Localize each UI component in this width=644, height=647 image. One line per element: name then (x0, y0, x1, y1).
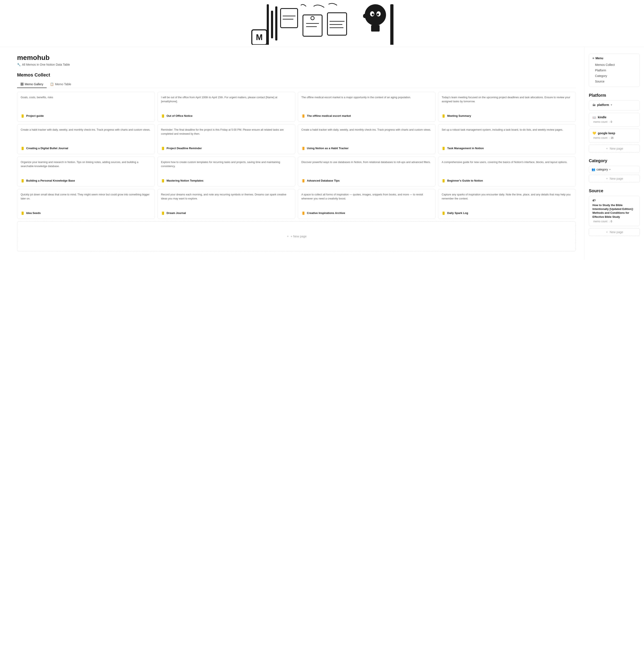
gallery-card-15[interactable]: Capture any sparks of inspiration you en… (438, 189, 576, 219)
svg-rect-49 (22, 212, 24, 215)
tab-memo-gallery[interactable]: 🖼 Memo Gallery (17, 81, 47, 88)
kindle-memo-count: memo count ：0 (592, 120, 636, 124)
card-excerpt-12: Quickly jot down small ideas that come t… (21, 193, 151, 209)
svg-rect-37 (303, 147, 304, 150)
card-doc-icon-6 (302, 147, 305, 150)
card-title-14: Creative Inspirations Archive (307, 211, 345, 215)
card-doc-icon-13 (161, 211, 165, 215)
tabs-bar: 🖼 Memo Gallery 📋 Memo Table (17, 81, 576, 88)
card-excerpt-6: Create a habit tracker with daily, weekl… (302, 128, 432, 144)
card-doc-icon-11 (441, 179, 446, 183)
gallery-card-3[interactable]: Today's team meeting focused on the upco… (438, 92, 576, 122)
table-tab-icon: 📋 (50, 82, 54, 86)
gallery-card-14[interactable]: A space to collect all forms of inspirat… (298, 189, 436, 219)
category-chevron: ▾ (609, 168, 611, 171)
card-title-8: Building a Personal Knowledge Base (26, 179, 75, 183)
card-doc-icon-7 (441, 147, 446, 150)
platform-header-row[interactable]: 🗂 platform ▾ (592, 103, 636, 106)
gallery-card-4[interactable]: Create a habit tracker with daily, weekl… (17, 124, 155, 154)
svg-rect-43 (162, 179, 164, 183)
category-new-page[interactable]: ＋ New page (589, 175, 640, 183)
card-title-2: The offline medical escort market (307, 114, 351, 118)
gallery-card-2[interactable]: The offline medical escort market is a m… (298, 92, 436, 122)
svg-rect-41 (22, 179, 24, 183)
google-keep-count-value: 16 (611, 136, 613, 139)
svg-point-8 (311, 16, 314, 20)
svg-rect-22 (390, 4, 394, 45)
svg-rect-39 (443, 147, 445, 150)
gallery-card-9[interactable]: Explore how to create custom templates f… (157, 157, 295, 187)
card-doc-icon-3 (441, 114, 446, 118)
bible-header[interactable]: 🏷 (592, 199, 636, 202)
category-filter-label: category (596, 168, 608, 171)
card-title-row-2: The offline medical escort market (302, 114, 432, 118)
card-title-15: Daily Spark Log (447, 211, 468, 215)
menu-item-memos-collect[interactable]: Memos Collect (592, 62, 636, 68)
card-doc-icon-12 (21, 211, 24, 215)
menu-item-source[interactable]: Source (592, 79, 636, 84)
svg-rect-53 (303, 212, 304, 215)
platform-heading: Platform (589, 93, 640, 98)
gallery-card-1[interactable]: I will be out of the office from April 1… (157, 92, 295, 122)
card-title-11: Beginner's Guide to Notion (447, 179, 483, 183)
gallery-grid: Goals, costs, benefits, risks Project gu… (17, 92, 576, 219)
gallery-card-12[interactable]: Quickly jot down small ideas that come t… (17, 189, 155, 219)
gallery-card-6[interactable]: Create a habit tracker with daily, weekl… (298, 124, 436, 154)
card-title-row-0: Project guide (21, 114, 151, 118)
gallery-card-5[interactable]: Reminder: The final deadline for the pro… (157, 124, 295, 154)
card-doc-icon-5 (161, 147, 165, 150)
card-excerpt-4: Create a habit tracker with daily, weekl… (21, 128, 151, 144)
card-excerpt-15: Capture any sparks of inspiration you en… (441, 193, 572, 209)
gallery-card-0[interactable]: Goals, costs, benefits, risks Project gu… (17, 92, 155, 122)
svg-point-19 (377, 13, 379, 15)
source-new-page-label: New page (610, 230, 623, 234)
gallery-tab-label: Memo Gallery (25, 82, 43, 86)
card-title-13: Dream Journal (167, 211, 186, 215)
card-title-3: Meeting Summary (447, 114, 471, 118)
card-title-row-10: Advanced Database Tips (302, 179, 432, 183)
category-filter[interactable]: 👥 category ▾ (589, 166, 640, 173)
kindle-header-row[interactable]: 📖 kindle (592, 116, 636, 119)
svg-rect-21 (371, 25, 380, 31)
gallery-card-13[interactable]: Record your dreams each morning, and not… (157, 189, 295, 219)
card-doc-icon-4 (21, 147, 24, 150)
card-excerpt-7: Set up a robust task management system, … (441, 128, 572, 144)
card-title-4: Creating a Digital Bullet Journal (26, 146, 68, 150)
platform-new-page[interactable]: ＋ New page (589, 145, 640, 152)
svg-rect-29 (303, 115, 304, 118)
svg-point-20 (363, 14, 367, 18)
platform-section: Platform 🗂 platform ▾ 📖 kindle memo coun… (589, 93, 640, 152)
gallery-card-8[interactable]: Organize your learning and research in N… (17, 157, 155, 187)
menu-item-category[interactable]: Category (592, 73, 636, 79)
google-keep-header-row[interactable]: 💛 google keep (592, 132, 636, 135)
svg-rect-35 (162, 147, 164, 150)
platform-item-kindle: 📖 kindle memo count ：0 (589, 113, 640, 127)
card-doc-icon-1 (161, 114, 165, 118)
svg-rect-47 (443, 179, 445, 183)
source-new-page[interactable]: ＋ New page (589, 228, 640, 236)
platform-chevron: ▾ (611, 103, 612, 106)
gallery-card-7[interactable]: Set up a robust task management system, … (438, 124, 576, 154)
card-doc-icon-2 (302, 114, 305, 118)
table-tab-label: Memo Table (55, 82, 71, 86)
card-doc-icon-8 (21, 179, 24, 183)
gallery-card-10[interactable]: Discover powerful ways to use databases … (298, 157, 436, 187)
card-excerpt-3: Today's team meeting focused on the upco… (441, 95, 572, 112)
menu-list-icon: ≡ (592, 57, 594, 60)
card-title-row-6: Using Notion as a Habit Tracker (302, 146, 432, 150)
new-page-card-main[interactable]: ＋ + New page (17, 221, 576, 251)
svg-rect-11 (327, 13, 347, 35)
card-title-row-5: Project Deadline Reminder (161, 146, 292, 150)
card-title-12: Idea Seeds (26, 211, 41, 215)
tab-memo-table[interactable]: 📋 Memo Table (47, 81, 75, 88)
card-doc-icon-10 (302, 179, 305, 183)
card-doc-icon-0 (21, 114, 24, 118)
svg-rect-33 (22, 147, 24, 150)
category-new-page-label: New page (610, 177, 623, 180)
google-keep-icon: 💛 (592, 132, 596, 135)
gallery-card-11[interactable]: A comprehensive guide for new users, cov… (438, 157, 576, 187)
card-title-row-9: Mastering Notion Templates (161, 179, 292, 183)
card-excerpt-14: A space to collect all forms of inspirat… (302, 193, 432, 209)
menu-item-platform[interactable]: Platform (592, 68, 636, 73)
svg-point-18 (372, 13, 374, 15)
